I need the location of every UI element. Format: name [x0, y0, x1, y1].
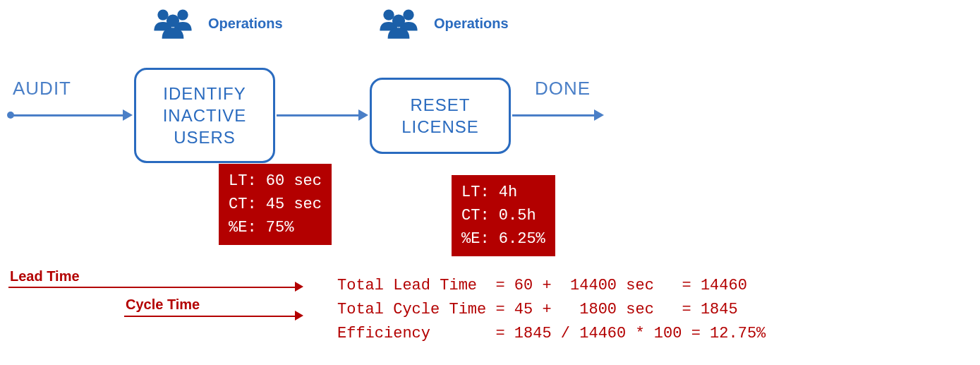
legend-cycle-label: Cycle Time: [126, 297, 200, 313]
arrow-1: [13, 114, 124, 116]
svg-point-2: [167, 14, 179, 27]
arrow-3: [512, 114, 595, 116]
process-node-reset: RESET LICENSE: [370, 78, 511, 154]
arrow-1-head: [123, 109, 133, 121]
arrow-2: [277, 114, 360, 116]
people-icon: [374, 6, 423, 41]
role-label-1: Operations: [208, 16, 283, 32]
flow-start-label: AUDIT: [13, 78, 71, 100]
value-stream-diagram: Operations Operations AUDIT IDENTIFY INA…: [0, 0, 980, 365]
arrow-2-head: [358, 109, 368, 121]
role-label-2: Operations: [434, 16, 509, 32]
people-icon: [148, 6, 198, 41]
legend-cycle-line: [124, 316, 296, 317]
svg-point-1: [177, 9, 188, 20]
svg-point-5: [392, 14, 405, 27]
legend-lead-arrow: [295, 282, 303, 292]
svg-point-0: [157, 9, 168, 20]
arrow-3-head: [594, 109, 604, 121]
svg-point-3: [383, 9, 394, 20]
flow-end-label: DONE: [535, 78, 591, 100]
node-1-text: IDENTIFY INACTIVE USERS: [163, 83, 247, 149]
node-2-text: RESET LICENSE: [401, 94, 479, 138]
legend-lead-line: [8, 287, 296, 288]
process-node-identify: IDENTIFY INACTIVE USERS: [134, 68, 275, 163]
legend-lead-label: Lead Time: [10, 268, 80, 285]
metrics-box-2: LT: 4h CT: 0.5h %E: 6.25%: [452, 175, 555, 256]
metrics-box-1: LT: 60 sec CT: 45 sec %E: 75%: [219, 164, 332, 245]
calculation-block: Total Lead Time = 60 + 14400 sec = 14460…: [337, 274, 766, 346]
svg-point-4: [403, 9, 413, 20]
legend-cycle-arrow: [295, 311, 303, 321]
